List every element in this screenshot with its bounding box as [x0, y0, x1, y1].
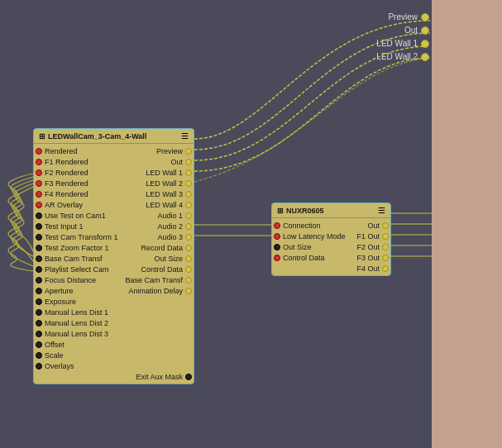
node-icon: ⊞ — [39, 132, 45, 141]
node-row: F4 Out — [272, 263, 390, 274]
output-node-preview[interactable]: Preview — [376, 12, 429, 21]
node-row: Use Test on Cam1 Audio 1 — [34, 210, 194, 221]
port-in — [36, 148, 42, 155]
port-in — [36, 298, 42, 305]
output-node-ledwall2[interactable]: LED Wall 2 — [376, 52, 429, 61]
output-nodes: Preview Out LED Wall 1 LED Wall 2 — [376, 12, 429, 61]
port-in — [274, 233, 280, 240]
output-label-ledwall2: LED Wall 2 — [376, 52, 418, 61]
node-row: Base Cam Transf Out Size — [34, 253, 194, 264]
node-ledwallcam-body: Rendered Preview F1 Rendered Out F2 Rend… — [34, 144, 194, 384]
port-in — [274, 222, 280, 229]
node-row: Out Size F2 Out — [272, 241, 390, 252]
port-in — [36, 288, 42, 294]
port-out — [185, 288, 192, 294]
output-label-ledwall1: LED Wall 1 — [376, 39, 418, 48]
output-label-preview: Preview — [388, 12, 418, 21]
node-row: Offset — [34, 339, 194, 350]
port-in — [36, 277, 42, 284]
port-in — [36, 341, 42, 348]
port-in — [36, 266, 42, 273]
node-row: Test Input 1 Audio 2 — [34, 221, 194, 231]
port-in — [36, 191, 42, 198]
node-row: F3 Rendered LED Wall 2 — [34, 178, 194, 188]
port-out — [382, 265, 389, 272]
port-in — [36, 169, 42, 176]
node-row: Manual Lens Dist 3 — [34, 328, 194, 339]
port-out — [185, 169, 192, 176]
node-row: Aperture Animation Delay — [34, 285, 194, 296]
port-out — [185, 148, 192, 155]
port-out — [185, 266, 192, 273]
node-nuxr[interactable]: ⊞ NUXR0605 ☰ Connection Out Low Latency … — [271, 203, 391, 276]
node-row: Control Data F3 Out — [272, 252, 390, 263]
node-row: F4 Rendered LED Wall 3 — [34, 188, 194, 199]
node-row: Manual Lens Dist 1 — [34, 307, 194, 317]
port-out — [185, 212, 192, 219]
node-row: Manual Lens Dist 2 — [34, 317, 194, 328]
output-node-ledwall1[interactable]: LED Wall 1 — [376, 39, 429, 48]
right-panel — [432, 0, 502, 448]
port-out — [185, 374, 192, 380]
node-nuxr-title: ⊞ NUXR0605 — [277, 207, 324, 215]
output-node-out[interactable]: Out — [376, 26, 429, 35]
port-in — [36, 212, 42, 219]
node-ledwallcam-header: ⊞ LEDWallCam_3-Cam_4-Wall ☰ — [34, 129, 194, 144]
node-row: Exposure — [34, 296, 194, 307]
port-out — [185, 245, 192, 251]
output-dot-out — [421, 26, 429, 35]
port-out — [185, 191, 192, 198]
output-dot-ledwall2 — [421, 53, 429, 61]
node-row: Test Zoom Factor 1 Record Data — [34, 242, 194, 253]
node-ledwallcam-title: ⊞ LEDWallCam_3-Cam_4-Wall — [39, 132, 146, 141]
node-row: F1 Rendered Out — [34, 156, 194, 167]
node-row: Connection Out — [272, 220, 390, 231]
node-nuxr-body: Connection Out Low Latency Mode F1 Out O… — [272, 218, 390, 275]
port-out — [185, 180, 192, 187]
output-dot-ledwall1 — [421, 40, 429, 48]
node-nuxr-header: ⊞ NUXR0605 ☰ — [272, 203, 390, 218]
port-out — [382, 244, 389, 250]
port-out — [382, 255, 389, 261]
node-row: Test Cam Transform 1 Audio 3 — [34, 231, 194, 242]
node-row: Focus Distance Base Cam Transf — [34, 274, 194, 285]
node-row: AR Overlay LED Wall 4 — [34, 199, 194, 210]
port-in — [36, 159, 42, 165]
node-row: F2 Rendered LED Wall 1 — [34, 167, 194, 178]
port-in — [36, 202, 42, 208]
port-in — [36, 234, 42, 241]
node-row: Rendered Preview — [34, 145, 194, 156]
port-in — [36, 320, 42, 326]
output-dot-preview — [421, 13, 429, 21]
port-out — [185, 159, 192, 165]
port-out — [185, 255, 192, 262]
port-in — [274, 255, 280, 261]
output-label-out: Out — [404, 26, 418, 35]
node-row: Scale — [34, 350, 194, 360]
port-out — [185, 202, 192, 208]
node-icon: ⊞ — [277, 207, 284, 215]
port-in — [36, 223, 42, 230]
node-row: Playlist Select Cam Control Data — [34, 264, 194, 274]
node-row: Overlays — [34, 360, 194, 371]
port-in — [36, 331, 42, 337]
port-out — [382, 222, 389, 229]
node-menu-icon[interactable]: ☰ — [181, 131, 189, 141]
node-row: Low Latency Mode F1 Out — [272, 231, 390, 241]
node-menu-icon[interactable]: ☰ — [378, 206, 385, 215]
port-out — [185, 277, 192, 284]
port-in — [36, 245, 42, 251]
port-out — [382, 233, 389, 240]
port-in — [36, 180, 42, 187]
port-out — [185, 234, 192, 241]
port-in — [36, 255, 42, 262]
port-in — [36, 363, 42, 369]
node-ledwallcam[interactable]: ⊞ LEDWallCam_3-Cam_4-Wall ☰ Rendered Pre… — [33, 128, 194, 384]
port-in — [274, 244, 280, 250]
port-in — [36, 309, 42, 316]
port-out — [185, 223, 192, 230]
port-in — [36, 352, 42, 359]
node-row: Exit Aux Mask — [34, 371, 194, 382]
